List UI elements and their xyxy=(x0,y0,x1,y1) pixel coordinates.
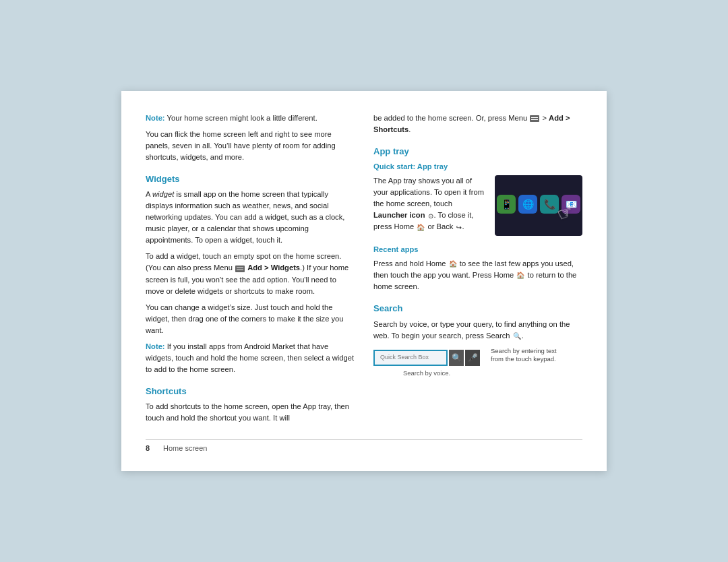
widgets-p3: You can change a widget’s size. Just tou… xyxy=(146,302,355,336)
search-box-label: Quick Search Box xyxy=(380,353,429,363)
left-column: Note: Your home screen might look a litt… xyxy=(146,113,355,429)
home-icon-2: 🏠 xyxy=(449,259,457,269)
home-icon-1: 🏠 xyxy=(417,222,425,232)
search-button[interactable]: 🔍 xyxy=(449,350,464,366)
intro-text: You can flick the home screen left and r… xyxy=(146,129,355,163)
back-icon: ↩ xyxy=(456,222,462,232)
voice-annotation: Search by voice. xyxy=(373,369,480,378)
note-intro: Note: Your home screen might look a litt… xyxy=(146,113,355,124)
page-number: 8 xyxy=(146,444,156,452)
menu-icon xyxy=(235,266,245,272)
widgets-note-label: Note: xyxy=(146,342,165,350)
two-column-layout: Note: Your home screen might look a litt… xyxy=(146,113,582,429)
launcher-icon: ⊙ xyxy=(428,211,433,221)
note-label: Note: xyxy=(146,114,165,122)
widgets-note2: Note: If you install apps from Android M… xyxy=(146,341,355,375)
footer-label: Home screen xyxy=(163,444,207,452)
search-p1: Search by voice, or type your query, to … xyxy=(373,319,582,342)
note-intro-text: Your home screen might look a little dif… xyxy=(165,114,317,122)
recent-apps-sub-heading: Recent apps xyxy=(373,244,582,255)
app-tray-image: 📱 🌐 📞 📧 ☞ xyxy=(495,175,582,236)
shortcuts-p1: To add shortcuts to the home screen, ope… xyxy=(146,401,355,424)
widgets-heading: Widgets xyxy=(146,173,355,186)
app-tray-sub-heading: Quick start: App tray xyxy=(373,161,582,173)
home-icon-3: 🏠 xyxy=(516,270,524,280)
search-visual: Quick Search Box 🔍 🎤 xyxy=(373,350,480,366)
search-box: Quick Search Box xyxy=(373,350,448,366)
search-heading: Search xyxy=(373,302,582,315)
search-icon: 🔍 xyxy=(513,331,521,341)
cont-text: be added to the home screen. Or, press M… xyxy=(373,113,582,135)
text-annotation: Search by entering text from the touch k… xyxy=(491,347,558,364)
page: Note: Your home screen might look a litt… xyxy=(121,91,607,471)
voice-search-button[interactable]: 🎤 xyxy=(465,350,480,366)
app-tray-heading: App tray xyxy=(373,145,582,158)
app-icon-2: 🌐 xyxy=(518,195,537,214)
widgets-p1: A widget is small app on the home screen… xyxy=(146,189,355,246)
recent-apps-p1: Press and hold Home 🏠 to see the last fe… xyxy=(373,258,582,292)
menu-icon-right xyxy=(530,115,539,122)
search-visual-area: Quick Search Box 🔍 🎤 Search by voice. Se… xyxy=(373,347,582,378)
right-column: be added to the home screen. Or, press M… xyxy=(373,113,582,429)
page-footer: 8 Home screen xyxy=(146,439,582,452)
widgets-p2: To add a widget, touch an empty spot on … xyxy=(146,251,355,296)
shortcuts-heading: Shortcuts xyxy=(146,385,355,398)
widgets-note-text: If you install apps from Android Market … xyxy=(146,342,354,373)
app-icon-1: 📱 xyxy=(497,195,516,214)
